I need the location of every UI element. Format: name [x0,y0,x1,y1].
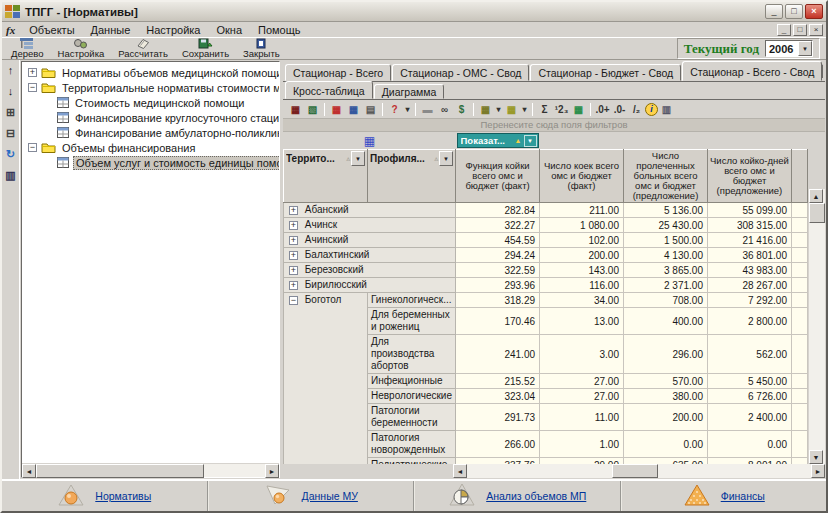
move-down-icon[interactable]: ↓ [4,84,18,98]
columns-icon[interactable]: ▥ [658,102,675,117]
cell[interactable]: 1 080.00 [540,218,624,233]
row-profile[interactable]: Инфекционные [367,374,455,389]
field-territory[interactable]: Террито...▵▼ [284,150,368,203]
cell[interactable]: 1.00 [540,431,624,458]
tree-item-stoimost-medpomoshchi[interactable]: Стоимость медицинской помощи [24,95,279,110]
row-region[interactable]: − Боготол [284,293,368,465]
close-button[interactable]: × [805,4,823,19]
tree-expander[interactable]: − [28,143,37,152]
play-caret-icon[interactable]: ▾ [520,102,529,117]
cell[interactable]: 5 136.00 [623,203,707,218]
cell[interactable]: 36 801.00 [707,248,791,263]
comment-icon[interactable]: ▬ [419,102,436,117]
mdi-minimize-button[interactable]: _ [777,24,791,36]
scroll-thumb[interactable] [809,203,825,223]
calculate-button[interactable]: Рассчитать [111,38,175,60]
save-button[interactable]: Сохранить [175,38,236,60]
scroll-left-button[interactable]: ◄ [22,464,36,478]
number-format-icon[interactable]: ¹2₃ [553,102,570,117]
cell[interactable]: 454.59 [456,233,540,248]
nav-normativy[interactable]: Нормативы [2,481,209,511]
row-region[interactable]: + Бирилюсский [284,278,456,293]
row-expander[interactable]: + [289,251,298,260]
wizard-icon[interactable]: ? [386,102,403,117]
menu-data[interactable]: Данные [83,23,139,37]
row-profile[interactable]: Для беременных и рожениц [367,308,455,335]
row-field-dropdown-button[interactable]: ▼ [351,151,365,166]
copy-table-icon[interactable]: ▦ [345,102,362,117]
table-view-icon[interactable]: ▥ [4,168,18,182]
cell[interactable]: 27.00 [540,374,624,389]
divide-icon[interactable]: /₂ [628,102,645,117]
grid-vertical-scrollbar[interactable]: ▲ ▼ [809,189,825,464]
row-profile[interactable]: Патологии беременности [367,404,455,431]
cell[interactable]: 200.00 [623,404,707,431]
save-report-icon[interactable]: ▦ [287,102,304,117]
cell[interactable]: 3 865.00 [623,263,707,278]
filter-drop-zone[interactable]: Перенесите сюда поля фильтров [283,119,825,132]
cell[interactable]: 34.00 [540,293,624,308]
close-form-button[interactable]: Закрыть [236,38,287,60]
cell[interactable]: 102.00 [540,233,624,248]
cell[interactable]: 308 315.00 [707,218,791,233]
collapse-branch-icon[interactable]: ⊟ [4,126,18,140]
mdi-close-button[interactable]: × [809,24,823,36]
cell[interactable]: 43 983.00 [707,263,791,278]
cell[interactable]: 143.00 [540,263,624,278]
cell[interactable]: 282.84 [456,203,540,218]
tab-stacionar-budget-svod[interactable]: Стационар - Бюджет - Свод [530,64,681,81]
subtab-diagram[interactable]: Диаграмма [374,84,445,99]
tree-item-finansirovanie-ambulatorno[interactable]: Финансирование амбулаторно-поликлиничес [24,125,279,140]
wizard-caret-icon[interactable]: ▾ [403,102,412,117]
tree-item-normativy-obemov[interactable]: +Нормативы объемов медицинской помощи [24,65,279,80]
cell[interactable]: 2 371.00 [623,278,707,293]
row-region[interactable]: + Абанский [284,203,456,218]
cell[interactable]: 27.00 [540,389,624,404]
menu-objects[interactable]: Объекты [21,23,82,37]
info-icon[interactable]: i [645,103,658,116]
subtab-cross-table[interactable]: Кросс-таблица [285,81,373,99]
cell[interactable]: 266.00 [456,431,540,458]
cell[interactable]: 294.24 [456,248,540,263]
column-header[interactable]: Функция койки всего омс и бюджет (факт) [456,150,540,203]
cell[interactable]: 0.00 [623,431,707,458]
scroll-thumb[interactable] [612,464,658,478]
menu-windows[interactable]: Окна [208,23,250,37]
scroll-right-button[interactable]: ► [265,464,279,478]
cell[interactable]: 7 292.00 [707,293,791,308]
cell[interactable]: 322.59 [456,263,540,278]
color-grid-icon[interactable]: ▦ [570,102,587,117]
tree-expander[interactable]: + [28,68,37,77]
row-region[interactable]: + Балахтинский [284,248,456,263]
cell[interactable]: 116.00 [540,278,624,293]
cell[interactable]: 28 267.00 [707,278,791,293]
refresh-icon[interactable]: ↻ [4,147,18,161]
cell[interactable]: 3.00 [540,335,624,374]
cell[interactable]: 25 430.00 [623,218,707,233]
delete-table-icon[interactable]: ▦ [328,102,345,117]
tree-item-obem-uslug[interactable]: Объем услуг и стоимость единицы помощи [24,155,279,170]
field-profile[interactable]: Профиля...▵▼ [367,150,455,203]
cell[interactable]: 6 726.00 [707,389,791,404]
cell[interactable]: 4 130.00 [623,248,707,263]
move-up-icon[interactable]: ↑ [4,63,18,77]
row-region[interactable]: + Ачинск [284,218,456,233]
year-combobox[interactable]: 2006 ▼ [765,40,813,57]
row-expander[interactable]: + [289,266,298,275]
row-field-dropdown-button[interactable]: ▼ [439,151,453,166]
print-icon[interactable]: ▤ [362,102,379,117]
scroll-thumb[interactable] [36,464,204,478]
tree-expander[interactable]: − [28,83,37,92]
cell[interactable]: 13.00 [540,308,624,335]
cell[interactable]: 1 500.00 [623,233,707,248]
cell[interactable]: 296.00 [623,335,707,374]
column-header[interactable]: Число коек всего омс и бюджет (факт) [540,150,624,203]
play-grid-icon[interactable]: ▦ [503,102,520,117]
expand-branch-icon[interactable]: ⊞ [4,105,18,119]
cell[interactable]: 323.04 [456,389,540,404]
field-chooser-icon[interactable]: ▦ [364,134,375,148]
measures-field-button[interactable]: Показат...▲▼ [457,133,539,148]
settings-button[interactable]: Настройка [51,38,112,60]
maximize-button[interactable]: □ [785,4,803,19]
tab-stacionar-oms-svod[interactable]: Стационар - ОМС - Свод [392,64,529,81]
